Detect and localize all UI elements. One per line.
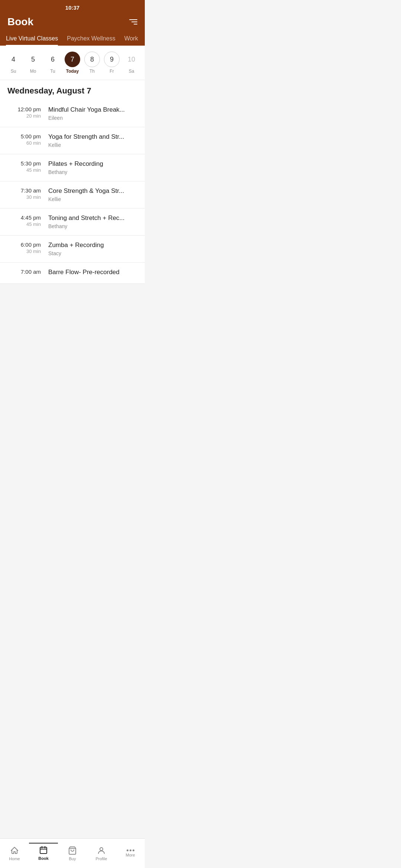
status-bar: 10:37 [0, 0, 145, 13]
day-label: Today [66, 69, 79, 74]
classes-list: 12:00 pm20 minMindful Chair Yoga Break..… [0, 100, 145, 284]
class-duration: 20 min [7, 113, 41, 119]
class-time-main: 7:00 am [7, 269, 41, 275]
app-header: 10:37 Book Live Virtual Classes Paychex … [0, 0, 145, 46]
header-title-row: Book [0, 13, 145, 32]
calendar-day[interactable]: 10Sa [123, 52, 140, 74]
class-instructor: Kellie [48, 196, 137, 202]
filter-line-1 [129, 19, 137, 20]
class-item[interactable]: 6:00 pm30 minZumba + RecordingStacy [0, 236, 145, 263]
class-time-block: 7:30 am30 min [7, 187, 41, 200]
class-duration: 60 min [7, 140, 41, 146]
class-duration: 45 min [7, 221, 41, 227]
class-details: Core Strength & Yoga Str...Kellie [48, 187, 137, 202]
calendar-day[interactable]: 9Fr [103, 52, 121, 74]
class-time-main: 12:00 pm [7, 106, 41, 112]
day-number: 10 [124, 52, 139, 67]
class-time-block: 7:00 am [7, 269, 41, 276]
day-label: Mo [30, 69, 36, 74]
class-details: Toning and Stretch + Rec...Bethany [48, 214, 137, 229]
page-title: Book [7, 16, 33, 28]
class-time-main: 4:45 pm [7, 214, 41, 221]
calendar-day[interactable]: 8Th [83, 52, 101, 74]
class-item[interactable]: 12:00 pm20 minMindful Chair Yoga Break..… [0, 100, 145, 127]
class-time-main: 6:00 pm [7, 241, 41, 248]
day-number: 7 [65, 52, 80, 67]
class-name: Pilates + Recording [48, 160, 137, 168]
class-item[interactable]: 5:30 pm45 minPilates + RecordingBethany [0, 154, 145, 181]
class-name: Zumba + Recording [48, 241, 137, 249]
calendar-day[interactable]: 6Tu [44, 52, 62, 74]
class-time-main: 7:30 am [7, 187, 41, 194]
day-label: Fr [110, 69, 114, 74]
class-details: Zumba + RecordingStacy [48, 241, 137, 256]
class-instructor: Kellie [48, 142, 137, 148]
class-time-block: 6:00 pm30 min [7, 241, 41, 254]
class-name: Barre Flow- Pre-recorded [48, 269, 137, 276]
class-duration: 45 min [7, 167, 41, 173]
class-name: Mindful Chair Yoga Break... [48, 106, 137, 114]
class-item[interactable]: 7:00 amBarre Flow- Pre-recorded [0, 263, 145, 284]
class-details: Mindful Chair Yoga Break...Eileen [48, 106, 137, 121]
class-time-block: 12:00 pm20 min [7, 106, 41, 119]
class-name: Yoga for Strength and Str... [48, 133, 137, 141]
tab-work[interactable]: Work [124, 32, 138, 46]
day-label: Su [11, 69, 16, 74]
calendar-day[interactable]: 4Su [4, 52, 22, 74]
class-time-block: 5:30 pm45 min [7, 160, 41, 173]
main-content: 4Su5Mo6Tu7Today8Th9Fr10Sa Wednesday, Aug… [0, 46, 145, 313]
class-name: Core Strength & Yoga Str... [48, 187, 137, 195]
class-details: Pilates + RecordingBethany [48, 160, 137, 175]
class-item[interactable]: 7:30 am30 minCore Strength & Yoga Str...… [0, 181, 145, 208]
day-number: 5 [25, 52, 41, 67]
day-number: 6 [45, 52, 61, 67]
day-number: 8 [84, 52, 100, 67]
class-time-main: 5:00 pm [7, 133, 41, 139]
class-time-block: 5:00 pm60 min [7, 133, 41, 146]
day-label: Sa [129, 69, 134, 74]
class-details: Barre Flow- Pre-recorded [48, 269, 137, 277]
class-details: Yoga for Strength and Str...Kellie [48, 133, 137, 148]
day-label: Th [89, 69, 95, 74]
class-instructor: Bethany [48, 169, 137, 175]
class-duration: 30 min [7, 249, 41, 254]
class-item[interactable]: 4:45 pm45 minToning and Stretch + Rec...… [0, 208, 145, 236]
class-duration: 30 min [7, 194, 41, 200]
tabs-row: Live Virtual Classes Paychex Wellness Wo… [0, 32, 145, 46]
class-item[interactable]: 5:00 pm60 minYoga for Strength and Str..… [0, 127, 145, 154]
filter-line-2 [131, 22, 137, 22]
tab-paychex-wellness[interactable]: Paychex Wellness [67, 32, 115, 46]
class-instructor: Bethany [48, 223, 137, 229]
class-instructor: Eileen [48, 115, 137, 121]
tab-live-virtual[interactable]: Live Virtual Classes [6, 32, 58, 46]
class-time-main: 5:30 pm [7, 160, 41, 167]
class-time-block: 4:45 pm45 min [7, 214, 41, 227]
status-time: 10:37 [65, 4, 79, 11]
class-name: Toning and Stretch + Rec... [48, 214, 137, 222]
calendar-day[interactable]: 7Today [63, 52, 81, 74]
date-heading: Wednesday, August 7 [0, 80, 145, 100]
calendar-day[interactable]: 5Mo [24, 52, 42, 74]
calendar: 4Su5Mo6Tu7Today8Th9Fr10Sa [0, 46, 145, 80]
filter-button[interactable] [129, 19, 137, 24]
day-number: 4 [6, 52, 21, 67]
day-label: Tu [50, 69, 55, 74]
class-instructor: Stacy [48, 250, 137, 256]
day-number: 9 [104, 52, 120, 67]
filter-line-3 [134, 24, 137, 24]
